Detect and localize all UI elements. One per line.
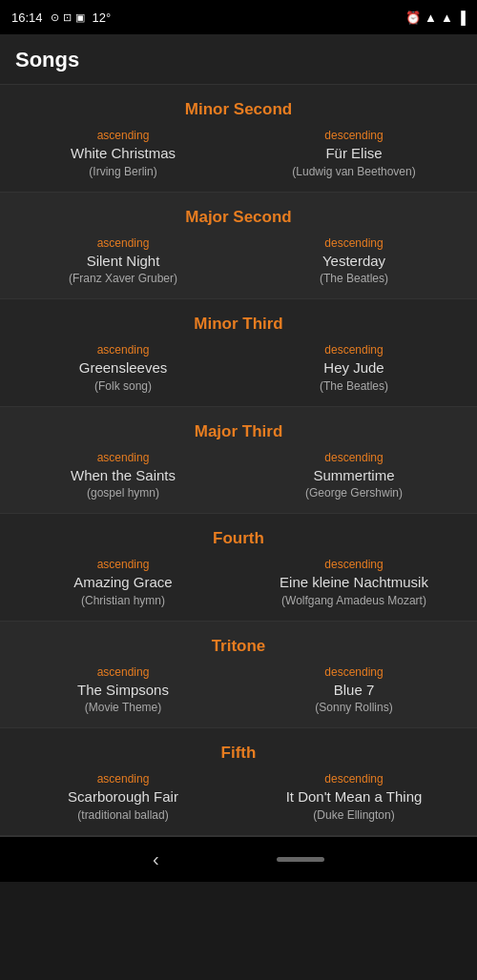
songs-row: ascending Scarborough Fair (traditional … bbox=[11, 772, 466, 822]
interval-section-major-second: Major Second ascending Silent Night (Fra… bbox=[0, 193, 477, 300]
songs-row: ascending Silent Night (Franz Xaver Grub… bbox=[11, 236, 466, 286]
page-title: Songs bbox=[15, 48, 462, 72]
ascending-col: ascending When the Saints (gospel hymn) bbox=[11, 451, 235, 500]
descending-song-title: Für Elise bbox=[242, 144, 466, 163]
status-bar: 16:14 ⊙ ⊡ ▣ 12° ⏰ ▲ ▲ ▐ bbox=[0, 0, 477, 34]
temperature-display: 12° bbox=[93, 10, 112, 25]
ascending-label: ascending bbox=[11, 451, 235, 464]
descending-col: descending Hey Jude (The Beatles) bbox=[242, 343, 466, 393]
status-right: ⏰ ▲ ▲ ▐ bbox=[405, 10, 466, 25]
descending-song-title: Blue 7 bbox=[242, 681, 466, 700]
descending-label: descending bbox=[242, 129, 466, 142]
wifi-icon: ▲ bbox=[425, 10, 437, 25]
descending-song-artist: (The Beatles) bbox=[242, 272, 466, 285]
back-button[interactable]: ‹ bbox=[153, 848, 159, 870]
ascending-song-artist: (traditional ballad) bbox=[11, 808, 235, 822]
ascending-song-artist: (Irving Berlin) bbox=[11, 165, 235, 178]
ascending-song-artist: (Christian hymn) bbox=[11, 594, 235, 607]
interval-section-minor-second: Minor Second ascending White Christmas (… bbox=[0, 85, 477, 193]
ascending-col: ascending Greensleeves (Folk song) bbox=[11, 343, 235, 393]
descending-label: descending bbox=[242, 236, 466, 250]
songs-row: ascending Amazing Grace (Christian hymn)… bbox=[11, 558, 466, 607]
ascending-song-artist: (Movie Theme) bbox=[11, 701, 235, 714]
songs-row: ascending Greensleeves (Folk song) desce… bbox=[11, 343, 466, 393]
ascending-col: ascending The Simpsons (Movie Theme) bbox=[11, 665, 235, 715]
ascending-label: ascending bbox=[11, 665, 235, 679]
ascending-label: ascending bbox=[11, 236, 235, 250]
interval-section-fourth: Fourth ascending Amazing Grace (Christia… bbox=[0, 514, 477, 622]
battery-icon: ▐ bbox=[457, 10, 466, 25]
status-left: 16:14 ⊙ ⊡ ▣ 12° bbox=[11, 10, 111, 25]
ascending-col: ascending Scarborough Fair (traditional … bbox=[11, 772, 235, 822]
ascending-col: ascending Silent Night (Franz Xaver Grub… bbox=[11, 236, 235, 286]
app-icon-1: ⊙ bbox=[51, 11, 59, 24]
descending-song-title: Hey Jude bbox=[242, 358, 466, 378]
interval-title: Minor Second bbox=[11, 100, 466, 119]
time-display: 16:14 bbox=[11, 10, 43, 25]
descending-col: descending Eine kleine Nachtmusik (Wolfg… bbox=[242, 558, 466, 607]
ascending-song-artist: (gospel hymn) bbox=[11, 486, 235, 500]
ascending-song-title: The Simpsons bbox=[11, 681, 235, 700]
descending-song-title: Yesterday bbox=[242, 252, 466, 271]
home-indicator[interactable] bbox=[277, 857, 324, 862]
descending-col: descending Summertime (George Gershwin) bbox=[242, 451, 466, 500]
ascending-label: ascending bbox=[11, 772, 235, 786]
ascending-label: ascending bbox=[11, 558, 235, 571]
ascending-col: ascending Amazing Grace (Christian hymn) bbox=[11, 558, 235, 607]
ascending-song-title: Scarborough Fair bbox=[11, 787, 235, 806]
descending-label: descending bbox=[242, 558, 466, 571]
ascending-col: ascending White Christmas (Irving Berlin… bbox=[11, 129, 235, 178]
interval-title: Minor Third bbox=[11, 315, 466, 334]
descending-song-artist: (George Gershwin) bbox=[242, 486, 466, 500]
ascending-song-title: Greensleeves bbox=[11, 358, 235, 378]
descending-song-title: Summertime bbox=[242, 466, 466, 485]
descending-col: descending It Don't Mean a Thing (Duke E… bbox=[242, 772, 466, 822]
intervals-list: Minor Second ascending White Christmas (… bbox=[0, 85, 477, 836]
interval-title: Fifth bbox=[11, 744, 466, 763]
descending-col: descending Blue 7 (Sonny Rollins) bbox=[242, 665, 466, 715]
interval-section-tritone: Tritone ascending The Simpsons (Movie Th… bbox=[0, 622, 477, 729]
descending-song-title: Eine kleine Nachtmusik bbox=[242, 573, 466, 592]
descending-song-artist: (The Beatles) bbox=[242, 379, 466, 393]
ascending-label: ascending bbox=[11, 129, 235, 142]
descending-label: descending bbox=[242, 772, 466, 786]
interval-title: Major Third bbox=[11, 422, 466, 441]
ascending-song-artist: (Franz Xaver Gruber) bbox=[11, 272, 235, 285]
app-icon-2: ⊡ bbox=[63, 11, 72, 24]
descending-label: descending bbox=[242, 665, 466, 679]
descending-song-artist: (Duke Ellington) bbox=[242, 808, 466, 822]
interval-section-minor-third: Minor Third ascending Greensleeves (Folk… bbox=[0, 299, 477, 407]
descending-col: descending Yesterday (The Beatles) bbox=[242, 236, 466, 286]
interval-title: Tritone bbox=[11, 637, 466, 656]
songs-row: ascending When the Saints (gospel hymn) … bbox=[11, 451, 466, 500]
app-icon-3: ▣ bbox=[75, 11, 85, 24]
ascending-song-title: Amazing Grace bbox=[11, 573, 235, 592]
descending-song-title: It Don't Mean a Thing bbox=[242, 787, 466, 806]
interval-section-major-third: Major Third ascending When the Saints (g… bbox=[0, 407, 477, 515]
descending-label: descending bbox=[242, 451, 466, 464]
songs-row: ascending The Simpsons (Movie Theme) des… bbox=[11, 665, 466, 715]
ascending-song-artist: (Folk song) bbox=[11, 379, 235, 393]
signal-icon: ▲ bbox=[441, 10, 453, 25]
interval-title: Fourth bbox=[11, 529, 466, 548]
descending-label: descending bbox=[242, 343, 466, 357]
alarm-icon: ⏰ bbox=[405, 10, 421, 25]
ascending-song-title: Silent Night bbox=[11, 252, 235, 271]
descending-song-artist: (Wolfgang Amadeus Mozart) bbox=[242, 594, 466, 607]
interval-title: Major Second bbox=[11, 208, 466, 227]
ascending-song-title: When the Saints bbox=[11, 466, 235, 485]
ascending-label: ascending bbox=[11, 343, 235, 357]
title-bar: Songs bbox=[0, 34, 477, 85]
bottom-nav: ‹ bbox=[0, 836, 477, 882]
descending-song-artist: (Sonny Rollins) bbox=[242, 701, 466, 714]
songs-row: ascending White Christmas (Irving Berlin… bbox=[11, 129, 466, 178]
descending-song-artist: (Ludwig van Beethoven) bbox=[242, 165, 466, 178]
ascending-song-title: White Christmas bbox=[11, 144, 235, 163]
interval-section-fifth: Fifth ascending Scarborough Fair (tradit… bbox=[0, 728, 477, 836]
descending-col: descending Für Elise (Ludwig van Beethov… bbox=[242, 129, 466, 178]
